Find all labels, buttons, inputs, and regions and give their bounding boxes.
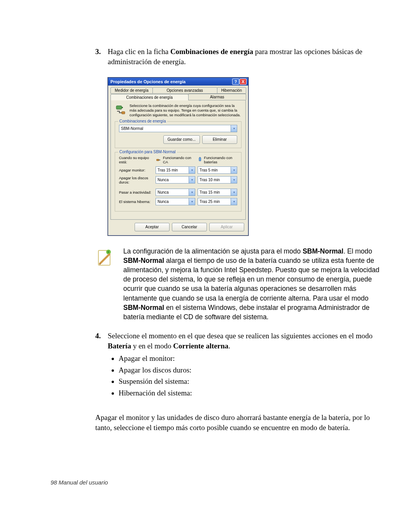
row-standby: Pasar a inactividad: Nunca▾ Tras 15 min▾: [119, 189, 237, 196]
step-3: 3. Haga clic en la ficha Combinaciones d…: [95, 47, 383, 66]
bullet-hibernate: Hibernación del sistema:: [119, 388, 383, 399]
row-monitor: Apagar monitor: Tras 15 min▾ Tras 5 min▾: [119, 166, 237, 174]
chevron-down-icon: ▾: [189, 167, 195, 173]
step-4-text: Seleccione el momento en el que desea qu…: [108, 331, 383, 351]
group-scheme-settings: Configuración para SBM-Normal Cuando su …: [115, 152, 242, 212]
row-disks: Apagar los discos duros: Nunca▾ Tras 10 …: [119, 176, 237, 184]
page-number: 98: [51, 479, 57, 486]
row-monitor-label: Apagar monitor:: [119, 168, 153, 172]
bullet-list: Apagar el monitor: Apagar los discos dur…: [111, 353, 383, 398]
step-4: 4. Seleccione el momento en el que desea…: [95, 331, 383, 351]
chevron-down-icon: ▾: [231, 198, 237, 205]
svg-rect-4: [200, 157, 200, 158]
bullet-suspend: Suspensión del sistema:: [119, 376, 383, 387]
chevron-down-icon: ▾: [231, 189, 237, 196]
row-hibernate: El sistema hiberna: Nunca▾ Tras 25 min▾: [119, 198, 237, 205]
step-3-number: 3.: [95, 47, 108, 66]
row-standby-label: Pasar a inactividad:: [119, 190, 153, 194]
tab-advanced[interactable]: Opciones avanzadas: [152, 87, 217, 94]
help-icon[interactable]: ?: [232, 79, 239, 85]
tab-hibernate[interactable]: Hibernación: [217, 87, 246, 94]
when-label: Cuando su equipo está:: [119, 156, 153, 164]
dialog-footer: Aceptar Cancelar Aplicar: [108, 220, 248, 235]
chevron-down-icon: ▾: [189, 198, 195, 205]
dialog-title: Propiedades de Opciones de energía: [110, 79, 232, 84]
dialog-titlebar[interactable]: Propiedades de Opciones de energía ? X: [108, 78, 248, 86]
svg-rect-2: [122, 112, 125, 114]
row-hibernate-label: El sistema hiberna:: [119, 199, 153, 204]
svg-rect-3: [199, 157, 201, 161]
disks-ac-select[interactable]: Nunca▾: [156, 176, 195, 184]
note-icon: [95, 248, 114, 322]
dc-header: Funcionando con baterías: [204, 156, 237, 164]
monitor-dc-select[interactable]: Tras 5 min▾: [198, 166, 237, 174]
tab-alarms[interactable]: Alarmas: [188, 94, 247, 100]
tab-page: Seleccione la combinación de energía cuy…: [110, 100, 246, 220]
tab-strip: Medidor de energía Opciones avanzadas Hi…: [108, 86, 248, 100]
svg-rect-0: [116, 106, 122, 109]
bullet-disks: Apagar los discos duros:: [119, 365, 383, 376]
disks-dc-select[interactable]: Tras 10 min▾: [198, 176, 237, 184]
power-scheme-value: SBM-Normal: [121, 126, 143, 131]
step-3-text: Haga clic en la ficha Combinaciones de e…: [108, 47, 383, 66]
save-as-button[interactable]: Guardar como...: [163, 135, 200, 144]
closing-paragraph: Apagar el monitor y las unidades de disc…: [95, 413, 383, 433]
chevron-down-icon: ▾: [231, 167, 237, 173]
hibernate-ac-select[interactable]: Nunca▾: [156, 198, 195, 205]
battery-icon: [198, 157, 202, 163]
group-power-schemes: Combinaciones de energía SBM-Normal ▾ Gu…: [115, 121, 242, 148]
delete-button[interactable]: Eliminar: [202, 135, 237, 144]
chevron-down-icon: ▾: [189, 189, 195, 196]
power-options-dialog: Propiedades de Opciones de energía ? X M…: [108, 77, 248, 236]
tab-power-meter[interactable]: Medidor de energía: [110, 87, 153, 94]
footer-text: Manual del usuario: [57, 479, 108, 486]
standby-ac-select[interactable]: Nunca▾: [156, 189, 195, 196]
apply-button[interactable]: Aplicar: [209, 223, 244, 231]
step-3-bold: Combinaciones de energía: [170, 47, 253, 56]
note-text: La configuración de la alimentación se a…: [123, 247, 383, 322]
step-3-pre: Haga clic en la ficha: [108, 47, 170, 56]
ac-header: Funcionando con CA: [163, 156, 195, 164]
bullet-monitor: Apagar el monitor:: [119, 353, 383, 364]
step-4-number: 4.: [95, 331, 108, 351]
group-legend-settings: Configuración para SBM-Normal: [118, 150, 177, 154]
page-footer: 98 Manual del usuario: [51, 479, 108, 486]
ok-button[interactable]: Aceptar: [135, 223, 170, 231]
monitor-ac-select[interactable]: Tras 15 min▾: [156, 166, 195, 174]
chevron-down-icon: ▾: [231, 177, 237, 183]
chevron-down-icon: ▾: [189, 177, 195, 183]
scheme-description: Seleccione la combinación de energía cuy…: [130, 103, 242, 117]
note-block: La configuración de la alimentación se a…: [95, 247, 383, 322]
hibernate-dc-select[interactable]: Tras 25 min▾: [198, 198, 237, 205]
power-scheme-combo[interactable]: SBM-Normal ▾: [119, 125, 237, 132]
cancel-button[interactable]: Cancelar: [172, 223, 207, 231]
tab-power-schemes[interactable]: Combinaciones de energía: [110, 94, 189, 100]
plug-icon: [156, 157, 161, 163]
chevron-down-icon: ▾: [231, 125, 237, 132]
svg-rect-1: [122, 107, 123, 108]
battery-plug-icon: [115, 103, 126, 115]
row-disks-label: Apagar los discos duros:: [119, 176, 153, 184]
standby-dc-select[interactable]: Tras 15 min▾: [198, 189, 237, 196]
close-icon[interactable]: X: [240, 79, 247, 85]
group-legend-schemes: Combinaciones de energía: [118, 119, 167, 123]
